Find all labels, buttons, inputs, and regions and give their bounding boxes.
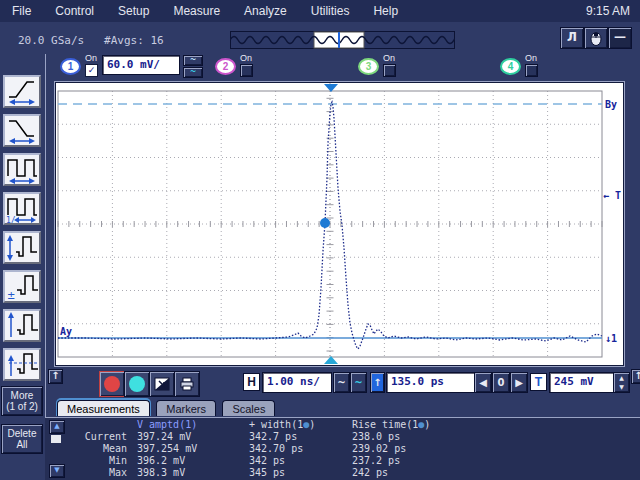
measure-v-top-button[interactable] — [3, 309, 41, 342]
table-cell: 345 ps — [249, 467, 352, 479]
trigger-level-field[interactable]: 245 mV — [549, 372, 617, 393]
channel-3-controls: 3 On — [358, 54, 396, 77]
channel-2-on-checkbox[interactable] — [240, 64, 253, 77]
run-button[interactable] — [124, 371, 150, 397]
menu-setup[interactable]: Setup — [106, 4, 161, 18]
waveform-position-indicator[interactable] — [230, 31, 455, 49]
tab-measurements[interactable]: Measurements — [57, 400, 150, 416]
expand-bottom-button[interactable]: ↑ — [631, 369, 640, 384]
menu-control[interactable]: Control — [43, 4, 106, 18]
scroll-down-button[interactable]: ▼ — [49, 464, 65, 478]
menu-measure[interactable]: Measure — [161, 4, 232, 18]
svg-text:By: By — [605, 99, 617, 110]
measure-rise-time-button[interactable] — [3, 75, 41, 108]
minimize-icon: — — [614, 30, 626, 44]
channel-1-on-checkbox[interactable]: ✓ — [85, 64, 98, 77]
channel-4-badge[interactable]: 4 — [500, 58, 521, 75]
measure-v-rms-button[interactable]: ± — [3, 270, 41, 303]
channel-setup-row: 1 On ✓ 60.0 mV/ ~ ~ 2 On 3 On — [45, 54, 640, 82]
row-label: Min — [75, 455, 137, 467]
status-bar: 20.0 GSa/s #Avgs: 16 Л — — [0, 22, 640, 54]
period-icon — [5, 155, 39, 184]
channel-4-on-checkbox[interactable] — [525, 64, 538, 77]
control-bar: ↑ H 1.00 ns/ ~ ~ ↑ 135.0 ps ◀ 0 — [45, 368, 640, 398]
channel-1-scale-up-button[interactable]: ~ — [183, 55, 203, 66]
delete-all-button[interactable]: Delete All — [1, 424, 43, 454]
menu-utilities[interactable]: Utilities — [299, 4, 362, 18]
measure-v-amplitude-button[interactable] — [3, 231, 41, 264]
quick-measure-button[interactable]: Л — [560, 27, 584, 49]
timebase-zoom-in-button[interactable]: ~ — [350, 372, 367, 393]
spin-down-icon: ▼ — [619, 383, 624, 390]
waveform-display[interactable]: By← T↓1Ay — [56, 83, 623, 365]
stop-button[interactable] — [99, 371, 125, 397]
svg-text:Ay: Ay — [60, 326, 72, 337]
table-cell: 396.2 mV — [137, 455, 249, 467]
table-cell: 342.7 ps — [249, 431, 352, 443]
menu-bar: File Control Setup Measure Analyze Utili… — [0, 0, 640, 22]
menu-file[interactable]: File — [0, 4, 43, 18]
tab-scales[interactable]: Scales — [222, 400, 275, 416]
measure-frequency-button[interactable]: 1/ — [3, 192, 41, 225]
channel-1-scale-field[interactable]: 60.0 mV/ — [102, 55, 180, 75]
invert-icon — [154, 377, 170, 391]
more-label: More — [11, 390, 34, 401]
tab-markers[interactable]: Markers — [156, 400, 216, 416]
channel-1-badge[interactable]: 1 — [60, 58, 81, 75]
channel-4-on-label: On — [525, 54, 537, 63]
v-rms-icon: ± — [5, 272, 39, 301]
measure-fall-time-button[interactable] — [3, 114, 41, 147]
print-button[interactable] — [174, 371, 200, 397]
table-cell: 239.02 ps — [352, 443, 460, 455]
position-left-button[interactable]: ◀ — [474, 372, 492, 393]
table-cell: 237.2 ps — [352, 455, 460, 467]
measurements-table: V amptd(1) + width(1●) Rise time(1●) Cur… — [75, 419, 460, 479]
frequency-icon: 1/ — [5, 194, 39, 223]
scroll-thumb[interactable] — [51, 435, 61, 443]
delete-all-label-1: Delete — [8, 428, 37, 439]
pulse-icon: Л — [567, 30, 577, 44]
table-cell: 397.254 mV — [137, 443, 249, 455]
channel-3-on-checkbox[interactable] — [383, 64, 396, 77]
measure-period-button[interactable] — [3, 153, 41, 186]
oscilloscope-screen: File Control Setup Measure Analyze Utili… — [0, 0, 640, 480]
scroll-up-button[interactable]: ▲ — [49, 420, 65, 434]
more-measurements-button[interactable]: More (1 of 2) — [1, 386, 43, 416]
column-header: V amptd(1) — [137, 419, 249, 431]
channel-3-badge[interactable]: 3 — [358, 58, 379, 75]
channel-1-on-label: On — [85, 54, 97, 63]
position-zero-button[interactable]: 0 — [492, 372, 510, 393]
time-reference-button[interactable]: ↑ — [370, 372, 385, 393]
timebase-field[interactable]: 1.00 ns/ — [262, 372, 332, 393]
header-spacer — [75, 419, 137, 431]
row-label: Current — [75, 431, 137, 443]
menu-help[interactable]: Help — [361, 4, 410, 18]
timebase-zoom-out-button[interactable]: ~ — [333, 372, 350, 393]
measurements-scrollbar: ▲ ▼ — [49, 420, 63, 478]
acquisition-info: 20.0 GSa/s #Avgs: 16 — [18, 34, 164, 47]
trigger-level-spinner[interactable]: ▲ ▼ — [613, 372, 630, 393]
table-cell: 342.70 ps — [249, 443, 352, 455]
more-page-label: (1 of 2) — [6, 401, 38, 412]
minimize-button[interactable]: — — [608, 27, 632, 49]
menu-analyze[interactable]: Analyze — [232, 4, 299, 18]
waveform-plot-frame: By← T↓1Ay — [55, 82, 624, 366]
channel-1-controls: 1 On ✓ 60.0 mV/ ~ ~ — [60, 54, 203, 78]
v-average-icon — [5, 350, 39, 379]
mouse-pointer-button[interactable] — [584, 27, 608, 49]
position-right-button[interactable]: ▶ — [510, 372, 528, 393]
row-label: Max — [75, 467, 137, 479]
svg-text:← T: ← T — [603, 190, 621, 201]
measure-v-average-button[interactable] — [3, 348, 41, 381]
channel-1-scale-down-button[interactable]: ~ — [183, 67, 203, 78]
expand-top-button[interactable]: ↑ — [48, 369, 63, 384]
column-header: + width(1●) — [249, 419, 352, 431]
measurements-panel: ▲ ▼ V amptd(1) + width(1●) Rise time(1●)… — [45, 417, 640, 480]
channel-2-badge[interactable]: 2 — [215, 58, 236, 75]
invert-screen-button[interactable] — [149, 371, 175, 397]
horizontal-label: H — [243, 373, 260, 391]
run-icon — [129, 376, 145, 392]
v-amplitude-icon — [5, 233, 39, 262]
mouse-icon — [589, 30, 603, 46]
horizontal-position-field[interactable]: 135.0 ps — [386, 372, 476, 393]
